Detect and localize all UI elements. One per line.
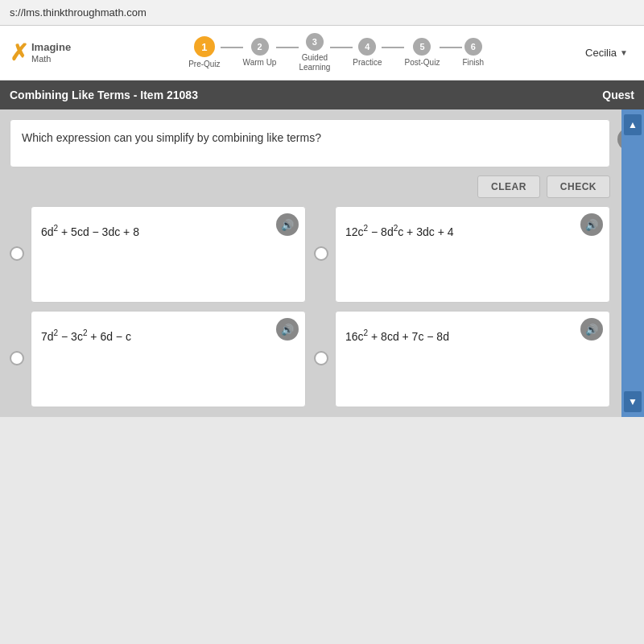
choice-a-audio-icon: 🔊 (281, 219, 294, 231)
choice-d-item: 🔊 16c2 + 8cd + 7c − 8d (314, 311, 610, 407)
choice-b-radio[interactable] (314, 246, 328, 261)
choice-d-radio[interactable] (314, 351, 328, 365)
step-connector-2-3 (276, 47, 299, 48)
question-text: Which expression can you simplify by com… (22, 131, 321, 144)
step-2[interactable]: 2 Warm Up (243, 38, 277, 68)
step-label-1: Pre-Quiz (188, 60, 220, 69)
step-circle-3: 3 (306, 33, 324, 51)
address-bar: s://lms.thinkthroughmath.com (0, 0, 644, 26)
choice-d-math: 16c2 + 8cd + 7c − 8d (345, 326, 600, 347)
url-text: s://lms.thinkthroughmath.com (10, 6, 147, 19)
choice-c-math: 7d2 − 3c2 + 6d − c (41, 326, 295, 347)
choice-c-item: 🔊 7d2 − 3c2 + 6d − c (10, 311, 306, 407)
main-content: Which expression can you simplify by com… (0, 109, 644, 417)
step-circle-2: 2 (251, 38, 269, 56)
choice-a-item: 🔊 6d2 + 5cd − 3dc + 8 (10, 206, 306, 303)
step-circle-5: 5 (413, 38, 431, 56)
nav-header: ✗ Imagine Math 1 Pre-Quiz 2 Warm Up 3 Gu… (0, 26, 644, 80)
logo-area: ✗ Imagine Math (10, 42, 71, 64)
choice-c-radio[interactable] (10, 351, 24, 365)
right-sidebar: ▲ ▼ (621, 109, 644, 417)
choice-b-item: 🔊 12c2 − 8d2c + 3dc + 4 (314, 206, 610, 303)
choice-a-radio[interactable] (10, 246, 24, 261)
step-label-6: Finish (462, 58, 484, 68)
action-row: CLEAR CHECK (10, 175, 610, 198)
choice-c-card[interactable]: 🔊 7d2 − 3c2 + 6d − c (31, 311, 306, 407)
clear-button[interactable]: CLEAR (477, 175, 540, 198)
choice-a-audio-button[interactable]: 🔊 (276, 213, 299, 236)
logo-text: Imagine Math (31, 42, 71, 63)
choices-grid: 🔊 6d2 + 5cd − 3dc + 8 🔊 12c2 − 8d2c + 3d… (10, 206, 610, 407)
step-connector-5-6 (440, 47, 462, 48)
step-label-3: GuidedLearning (299, 53, 330, 72)
question-area: Which expression can you simplify by com… (10, 119, 634, 167)
step-label-2: Warm Up (243, 58, 277, 68)
step-circle-6: 6 (464, 38, 482, 56)
choice-c-audio-button[interactable]: 🔊 (276, 318, 299, 341)
step-connector-1-2 (221, 47, 243, 48)
step-6[interactable]: 6 Finish (462, 38, 484, 68)
choice-b-math: 12c2 − 8d2c + 3dc + 4 (345, 221, 600, 242)
step-connector-3-4 (330, 47, 353, 48)
choice-a-card[interactable]: 🔊 6d2 + 5cd − 3dc + 8 (31, 206, 306, 303)
step-circle-4: 4 (358, 38, 376, 56)
user-dropdown-icon: ▼ (620, 48, 628, 57)
step-connector-4-5 (382, 47, 404, 48)
step-circle-1: 1 (194, 36, 215, 57)
step-3[interactable]: 3 GuidedLearning (299, 33, 330, 72)
choice-c-audio-icon: 🔊 (281, 324, 294, 336)
page-title: Combining Like Terms - Item 21083 (10, 89, 198, 101)
choice-b-audio-button[interactable]: 🔊 (580, 213, 603, 236)
sidebar-down-arrow[interactable]: ▼ (624, 391, 642, 412)
logo-x-icon: ✗ (10, 42, 28, 64)
title-bar: Combining Like Terms - Item 21083 Quest (0, 80, 644, 109)
logo-math: Math (31, 54, 71, 64)
user-name: Cecilia (585, 47, 617, 59)
check-button[interactable]: CHECK (547, 175, 610, 198)
quest-label: Quest (602, 89, 634, 101)
choice-d-audio-button[interactable]: 🔊 (580, 318, 603, 341)
choice-a-math: 6d2 + 5cd − 3dc + 8 (41, 221, 295, 242)
steps-container: 1 Pre-Quiz 2 Warm Up 3 GuidedLearning 4 … (87, 33, 585, 72)
step-label-4: Practice (353, 58, 382, 68)
choice-b-card[interactable]: 🔊 12c2 − 8d2c + 3dc + 4 (335, 206, 610, 303)
choice-b-audio-icon: 🔊 (585, 219, 598, 231)
choice-d-audio-icon: 🔊 (585, 324, 598, 336)
choice-d-card[interactable]: 🔊 16c2 + 8cd + 7c − 8d (335, 311, 610, 407)
step-1[interactable]: 1 Pre-Quiz (188, 36, 220, 69)
step-label-5: Post-Quiz (404, 58, 440, 68)
user-area[interactable]: Cecilia ▼ (585, 47, 634, 59)
sidebar-up-arrow[interactable]: ▲ (624, 114, 642, 135)
step-4[interactable]: 4 Practice (353, 38, 382, 68)
step-5[interactable]: 5 Post-Quiz (404, 38, 440, 68)
logo-imagine: Imagine (31, 42, 71, 53)
question-box: Which expression can you simplify by com… (10, 119, 610, 167)
